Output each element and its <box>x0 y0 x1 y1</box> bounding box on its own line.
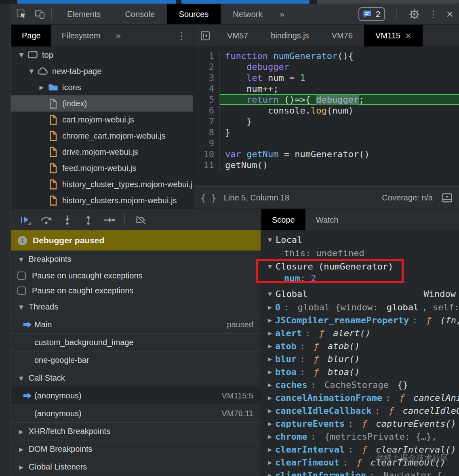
show-drawer-icon[interactable] <box>433 193 459 203</box>
section-header-global-listeners[interactable]: ▶Global Listeners <box>11 458 261 476</box>
line-number[interactable]: 5 <box>194 94 220 105</box>
more-panels-icon[interactable]: » <box>275 4 291 24</box>
tree-item[interactable]: (index) <box>11 95 193 112</box>
code-line[interactable]: 6 console.log(num) <box>194 105 459 116</box>
scope-property-row[interactable]: ▶atob: ƒ atob() <box>261 339 459 352</box>
close-devtools-icon[interactable]: × <box>446 7 453 21</box>
code-line[interactable]: 5 return ()=>{ debugger; <box>194 94 459 105</box>
line-number[interactable]: 1 <box>194 51 220 61</box>
navigator-menu-icon[interactable]: ⋮ <box>177 25 193 46</box>
scope-property-row[interactable]: ▶JSCompiler_renameProperty: ƒ (fn, opt_o… <box>261 314 459 326</box>
code-editor[interactable]: 1function numGenerator(){2 debugger3 let… <box>194 47 459 186</box>
section-header-xhr-fetch-breakpoints[interactable]: ▶XHR/fetch Breakpoints <box>11 423 261 440</box>
issues-counter[interactable]: 2 <box>358 7 385 21</box>
tab-sources[interactable]: Sources <box>167 4 221 24</box>
editor-tab-bindings.js[interactable]: bindings.js <box>259 25 320 46</box>
list-item[interactable]: custom_background_image <box>11 334 261 352</box>
code-line[interactable]: 11getNum() <box>194 160 459 171</box>
list-item[interactable]: (anonymous)VM115:5 <box>11 387 261 405</box>
inspect-element-icon[interactable] <box>16 9 27 20</box>
code-line[interactable]: 3 let num = 1 <box>194 72 459 83</box>
code-line[interactable]: 4 num++; <box>194 83 459 94</box>
line-number[interactable]: 3 <box>194 72 220 83</box>
checkbox[interactable] <box>17 286 26 295</box>
editor-tab-vm76[interactable]: VM76 <box>320 25 364 46</box>
pause-exceptions-row[interactable]: Pause on caught exceptions <box>11 283 261 298</box>
settings-gear-icon[interactable] <box>408 8 420 20</box>
tab-scope[interactable]: Scope <box>261 209 305 230</box>
tab-elements[interactable]: Elements <box>55 4 113 24</box>
scope-property-row[interactable]: ▶cancelAnimationFrame: ƒ cancelAnimation… <box>261 391 459 404</box>
scope-section-local[interactable]: ▼Local <box>261 233 459 246</box>
debugger-controls <box>11 209 261 230</box>
pause-exceptions-row[interactable]: Pause on uncaught exceptions <box>11 268 261 283</box>
section-header-call-stack[interactable]: ▼Call Stack <box>11 369 261 387</box>
navigator-tab-page[interactable]: Page <box>11 25 51 46</box>
scope-property-row[interactable]: ▶alert: ƒ alert() <box>261 326 459 339</box>
customize-menu-icon[interactable]: ⋮ <box>428 8 438 20</box>
checkbox[interactable] <box>17 272 26 280</box>
hide-navigator-icon[interactable] <box>194 25 216 46</box>
tab-watch[interactable]: Watch <box>305 209 349 230</box>
code-line[interactable]: 7 } <box>194 116 459 127</box>
tree-item[interactable]: history_cluster_types.mojom-webui.js <box>11 176 193 192</box>
navigator-tab-filesystem[interactable]: Filesystem <box>51 25 111 46</box>
deactivate-breakpoints-button[interactable] <box>132 213 149 227</box>
step-button[interactable] <box>100 213 118 227</box>
line-number[interactable]: 4 <box>194 83 220 94</box>
scope-variable-row[interactable]: num: 2 <box>261 273 459 282</box>
tab-network[interactable]: Network <box>221 4 274 24</box>
code-line[interactable]: 2 debugger <box>194 61 459 72</box>
line-number[interactable]: 9 <box>194 138 220 149</box>
list-item[interactable]: Mainpaused <box>11 316 261 334</box>
step-over-button[interactable] <box>37 213 55 227</box>
pretty-print-icon[interactable]: { } <box>194 193 224 203</box>
section-header-dom-breakpoints[interactable]: ▶DOM Breakpoints <box>11 440 261 458</box>
scope-property-row[interactable]: ▶clientInformation: Navigator { <box>261 469 459 476</box>
scope-section-closure[interactable]: ▼Closure (numGenerator) <box>261 260 459 273</box>
line-number[interactable]: 8 <box>194 127 220 138</box>
editor-tab-vm115[interactable]: VM115× <box>364 25 423 46</box>
line-number[interactable]: 7 <box>194 116 220 127</box>
resume-button[interactable] <box>16 213 34 227</box>
tree-item[interactable]: drive.mojom-webui.js <box>11 144 193 160</box>
tree-item[interactable]: ▼top <box>11 47 193 63</box>
scope-property-row[interactable]: ▶clearTimeout: ƒ clearTimeout() <box>261 456 459 469</box>
line-number[interactable]: 6 <box>194 105 220 116</box>
tab-console[interactable]: Console <box>113 4 166 24</box>
list-item[interactable]: (anonymous)VM76:11 <box>11 405 261 423</box>
scope-property-row[interactable]: ▶0: global {window: global, self: global… <box>261 301 459 314</box>
code-line[interactable]: 9 <box>194 138 459 149</box>
tree-item[interactable]: history_clusters.mojom-webui.js <box>11 192 193 209</box>
more-navigator-tabs-icon[interactable]: » <box>111 25 126 46</box>
item-label: (anonymous) <box>34 391 82 400</box>
list-item[interactable]: one-google-bar <box>11 352 261 369</box>
scope-variable-row[interactable]: this: undefined <box>261 246 459 260</box>
code-line[interactable]: 1function numGenerator(){ <box>194 51 459 61</box>
tree-item[interactable]: chrome_cart.mojom-webui.js <box>11 128 193 144</box>
editor-tab-vm57[interactable]: VM57 <box>216 25 259 46</box>
step-out-button[interactable] <box>79 213 97 227</box>
scope-property-row[interactable]: ▶chrome: {metricsPrivate: {…}, <box>261 430 459 443</box>
code-line[interactable]: 10var getNum = numGenerator() <box>194 149 459 160</box>
tree-item[interactable]: ▶icons <box>11 79 193 95</box>
section-header-breakpoints[interactable]: ▼Breakpoints <box>11 251 261 268</box>
close-tab-icon[interactable]: × <box>405 29 411 42</box>
scope-property-row[interactable]: ▶clearInterval: ƒ clearInterval() <box>261 443 459 456</box>
line-number[interactable]: 2 <box>194 61 220 72</box>
scope-property-row[interactable]: ▶cancelIdleCallback: ƒ cancelIdleCallbac… <box>261 404 459 417</box>
tree-item[interactable]: cart.mojom-webui.js <box>11 112 193 128</box>
tree-item[interactable]: feed.mojom-webui.js <box>11 160 193 176</box>
code-line[interactable]: 8} <box>194 127 459 138</box>
line-number[interactable]: 11 <box>194 160 220 171</box>
scope-property-row[interactable]: ▶captureEvents: ƒ captureEvents() <box>261 417 459 430</box>
section-header-threads[interactable]: ▼Threads <box>11 298 261 316</box>
device-toolbar-icon[interactable] <box>34 9 45 19</box>
scope-property-row[interactable]: ▶btoa: ƒ btoa() <box>261 365 459 378</box>
scope-section-global[interactable]: ▼GlobalWindow <box>261 287 459 301</box>
line-number[interactable]: 10 <box>194 149 220 160</box>
scope-property-row[interactable]: ▶caches: CacheStorage {} <box>261 378 459 391</box>
scope-property-row[interactable]: ▶blur: ƒ blur() <box>261 352 459 365</box>
tree-item[interactable]: ▼new-tab-page <box>11 63 193 79</box>
step-into-button[interactable] <box>58 213 76 227</box>
